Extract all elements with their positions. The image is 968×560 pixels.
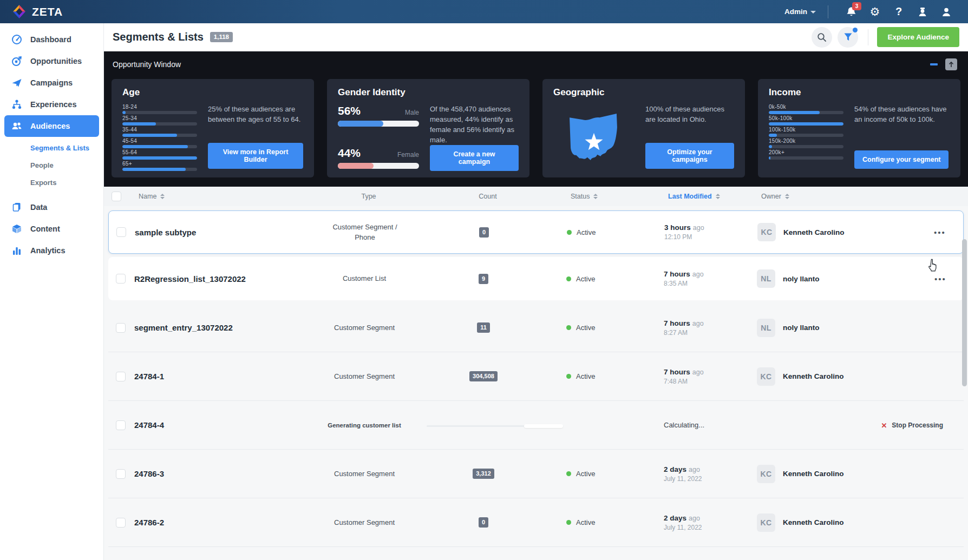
owner-avatar: KC <box>757 513 775 532</box>
owner-avatar: KC <box>757 367 775 386</box>
row-count: 304,508 <box>448 371 519 381</box>
sidebar-item-campaigns[interactable]: Campaigns <box>0 72 103 94</box>
sort-icon[interactable] <box>716 194 720 199</box>
table-row[interactable]: 24786-3Customer Segment3,312Active2 days… <box>108 450 964 498</box>
column-header-owner[interactable]: Owner <box>756 193 934 200</box>
sort-icon[interactable] <box>160 194 165 199</box>
sidebar-item-analytics[interactable]: Analytics <box>0 240 103 261</box>
page-header: Segments & Lists 1,118 Explore Audience <box>104 23 968 51</box>
card-action-button[interactable]: View more in Report Builder <box>208 143 303 169</box>
row-checkbox[interactable] <box>116 274 126 284</box>
bar-label: 150k-200k <box>769 139 843 144</box>
sidebar-item-dashboard[interactable]: Dashboard <box>0 29 103 50</box>
bar-track <box>769 111 843 114</box>
bar-track <box>122 122 197 126</box>
generating-progress-fill <box>524 424 563 428</box>
column-header-status[interactable]: Status <box>523 193 637 200</box>
table-row[interactable]: sample subtypeCustomer Segment / Phone0A… <box>108 210 964 254</box>
brand[interactable]: ZETA <box>0 4 63 19</box>
bar-label: 100k-150k <box>769 127 843 133</box>
row-menu-button[interactable]: ••• <box>934 274 964 284</box>
minimize-panel-icon[interactable] <box>930 63 938 65</box>
settings-button[interactable]: ⚙ <box>863 0 887 23</box>
row-owner: NLnoly llanto <box>751 269 934 288</box>
row-checkbox[interactable] <box>116 518 126 528</box>
card-action-button[interactable]: Create a new campaign <box>430 145 519 171</box>
zeta-logo-icon <box>12 4 27 19</box>
card-action-button[interactable]: Optimize your campaigns <box>645 143 734 169</box>
notifications-button[interactable]: 3 <box>839 0 863 23</box>
row-owner: NLnoly llanto <box>751 319 934 337</box>
generating-progress-bar <box>427 425 563 427</box>
row-type: Customer Segment <box>280 469 448 479</box>
card-action-button[interactable]: Configure your segment <box>854 150 949 169</box>
card-right-column: 25% of these audiences are between the a… <box>208 104 303 169</box>
bar-group: 45-54 <box>122 139 197 148</box>
owner-avatar: KC <box>757 465 775 483</box>
sidebar-item-audiences[interactable]: Audiences <box>4 115 99 137</box>
modified-relative: 7 hoursago <box>664 368 751 376</box>
sidebar-subitem-segments-lists[interactable]: Segments & Lists <box>0 139 103 156</box>
table-row[interactable]: segment_entry_13072022Customer Segment11… <box>108 304 964 352</box>
filter-button[interactable] <box>838 27 858 48</box>
bar-fill <box>769 145 772 148</box>
sidebar-subitem-people[interactable]: People <box>0 156 103 174</box>
gender-bar-track <box>338 121 419 127</box>
card-right-column: 100% of these audiences are located in O… <box>645 104 734 169</box>
row-checkbox[interactable] <box>116 323 126 333</box>
admin-menu[interactable]: Admin <box>784 8 816 16</box>
row-menu-button[interactable]: ••• <box>934 228 963 237</box>
row-checkbox[interactable] <box>116 469 126 479</box>
bar-group: 35-44 <box>122 127 197 137</box>
user-icon <box>941 6 952 17</box>
row-checkbox[interactable] <box>116 227 126 237</box>
row-last-modified: Calculating... <box>632 421 751 429</box>
owner-avatar: KC <box>757 223 776 241</box>
modified-suffix: ago <box>692 320 704 327</box>
row-checkbox[interactable] <box>116 420 126 430</box>
sidebar-subitem-exports[interactable]: Exports <box>0 174 103 191</box>
ohio-map <box>553 104 635 169</box>
modified-relative: 7 hoursago <box>664 270 751 278</box>
select-all-checkbox[interactable] <box>112 192 121 201</box>
table-row[interactable]: 24784-1Customer Segment304,508Active7 ho… <box>108 352 964 401</box>
help-button[interactable]: ? <box>887 0 911 23</box>
sidebar-item-data[interactable]: Data <box>0 196 103 218</box>
sidebar-item-content[interactable]: Content <box>0 218 103 240</box>
bar-fill <box>769 111 820 114</box>
sidebar-item-experiences[interactable]: Experiences <box>0 94 103 115</box>
paper-plane-icon <box>11 77 23 89</box>
bar-label: 65+ <box>122 161 197 167</box>
table-row[interactable]: R2Regression_list_13072022Customer List9… <box>108 257 964 300</box>
stop-processing-button[interactable]: ✕Stop Processing <box>881 421 943 429</box>
explore-audience-button[interactable]: Explore Audience <box>877 27 959 47</box>
copy-pages-icon <box>11 201 23 213</box>
column-header-last-modified[interactable]: Last Modified <box>637 193 756 200</box>
profile-button[interactable] <box>934 0 958 23</box>
sidebar-item-opportunities[interactable]: Opportunities <box>0 50 103 72</box>
status-active-dot <box>566 374 571 379</box>
support-agent-button[interactable] <box>911 0 934 23</box>
sitemap-icon <box>11 98 23 110</box>
table-row[interactable]: 24786-2Customer Segment0Active2 daysagoJ… <box>108 498 964 547</box>
vertical-scrollbar[interactable] <box>962 189 967 559</box>
row-checkbox[interactable] <box>116 372 126 381</box>
bar-track <box>122 168 197 171</box>
bar-chart-icon <box>11 245 23 256</box>
bar-track <box>769 122 843 126</box>
gender-bar-fill <box>338 121 383 127</box>
sidebar-item-label: Audiences <box>30 122 70 130</box>
scrollbar-thumb[interactable] <box>962 239 967 386</box>
calculating-text: Calculating... <box>664 421 704 429</box>
search-button[interactable] <box>812 27 832 48</box>
page-title: Segments & Lists <box>113 31 204 43</box>
column-header-name[interactable]: Name <box>133 193 285 200</box>
table-row[interactable]: 24784-4Generating customer listCalculati… <box>108 401 964 450</box>
sort-icon[interactable] <box>785 194 789 199</box>
row-last-modified: 7 hoursago7:48 AM <box>632 368 751 385</box>
bar-chart: 0k-50k50k-100k100k-150k150k-200k200k+ <box>769 104 843 169</box>
cube-icon <box>11 223 23 235</box>
collapse-panel-button[interactable] <box>945 58 957 70</box>
bar-label: 18-24 <box>122 104 197 110</box>
sort-icon[interactable] <box>593 194 598 199</box>
